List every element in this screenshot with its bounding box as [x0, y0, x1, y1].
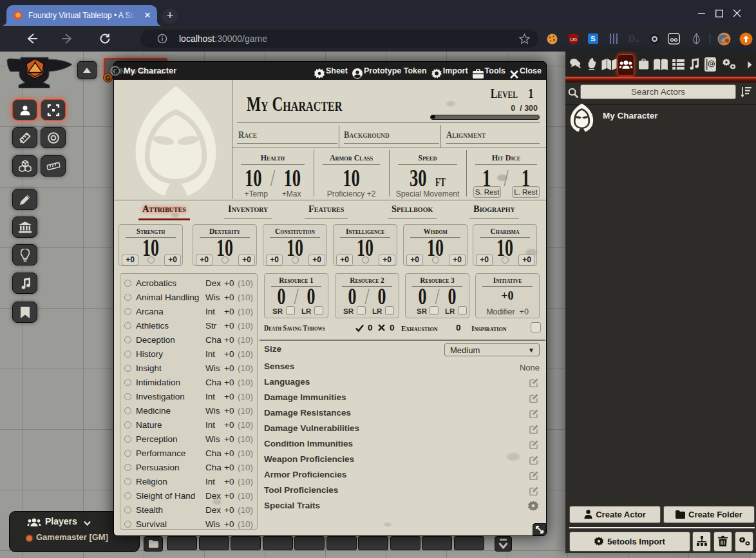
- svg-text:S: S: [591, 35, 595, 43]
- svg-text:D: D: [628, 34, 635, 44]
- svg-text:U0: U0: [570, 37, 577, 43]
- svg-text:C: C: [113, 68, 117, 75]
